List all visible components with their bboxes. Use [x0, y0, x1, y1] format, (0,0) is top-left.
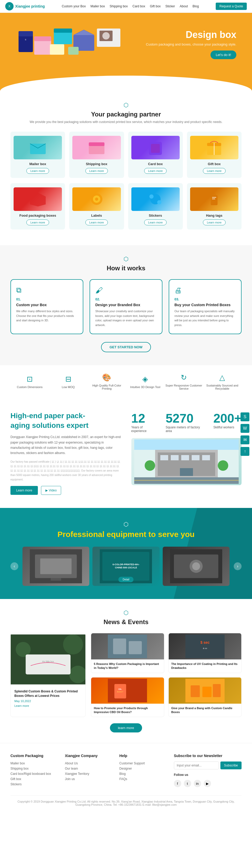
carousel-next-button[interactable]: › — [234, 562, 242, 570]
nav-link-shipping[interactable]: Shipping box — [110, 4, 128, 8]
social-linkedin-icon[interactable]: in — [194, 780, 201, 787]
product-img-stickers — [131, 187, 180, 211]
news-article-3-title: The Importance of UV Coating in Printing… — [171, 662, 239, 670]
svg-rect-11 — [50, 44, 64, 55]
packaging-partner-section: ⬡ Your packaging partner We provide you … — [0, 91, 252, 245]
sidebar-top-icon[interactable]: ↑ — [241, 447, 249, 456]
about-video-button[interactable]: ▶ Video — [41, 486, 61, 495]
news-article-4-title: How to Promote your Products through Imp… — [94, 706, 161, 714]
stat-area-num: 5270 — [166, 411, 206, 426]
partner-section-subtitle: We provide you the best packaging soluti… — [10, 120, 242, 124]
feature-label-color: High Quality Full-Color Printing — [87, 384, 126, 390]
nav-link-about[interactable]: About — [180, 4, 188, 8]
svg-rect-69 — [108, 679, 147, 702]
wave-divider — [0, 75, 252, 91]
footer-link-team[interactable]: Our team — [65, 767, 112, 770]
product-name-food: Food packaging boxes — [19, 214, 56, 217]
news-section: ⬡ News & Events My little box Splendid C… — [0, 599, 252, 743]
about-buttons: Learn more ▶ Video — [10, 486, 121, 495]
feature-3d-design: ◈ Intuitive 3D Design Tool — [126, 375, 165, 389]
get-started-button[interactable]: GET STARTED NOW — [101, 342, 151, 352]
carousel-item-1 — [23, 547, 89, 586]
news-img-4: OILBoxes? — [91, 678, 164, 704]
newsletter-submit-button[interactable]: Subscribe — [220, 762, 242, 769]
feature-label-3d: Intuitive 3D Design Tool — [126, 385, 165, 389]
newsletter-email-input[interactable] — [174, 762, 219, 769]
svg-point-59 — [63, 634, 83, 654]
step-num-2: 02. — [95, 297, 157, 301]
social-youtube-icon[interactable]: ▶ — [204, 780, 211, 787]
footer-link-faqs[interactable]: FAQs — [119, 777, 166, 781]
how-section-title: How it works — [10, 265, 242, 272]
product-img-gift — [190, 136, 239, 159]
hero-cta-button[interactable]: Let's do it! — [211, 51, 236, 59]
news-learn-more-button[interactable]: learn more — [110, 723, 142, 733]
nav-link-custom-box[interactable]: Custom your Box — [62, 4, 86, 8]
product-btn-labels[interactable]: Learn more — [85, 220, 108, 225]
product-btn-mailer[interactable]: Learn more — [26, 168, 49, 174]
product-name-gift: Gift box — [208, 162, 221, 166]
footer-link-shipping[interactable]: Shipping box — [10, 767, 57, 770]
news-article-5-title: Give your Brand a Bang with Custom Candl… — [171, 706, 239, 714]
steps-grid: ⧉ 01. Custom your Box We offer many diff… — [10, 279, 242, 334]
footer-link-territory[interactable]: Xiangjee Territory — [65, 772, 112, 776]
nav-link-card[interactable]: Card box — [133, 4, 145, 8]
equipment-heading-highlight: equipment — [107, 530, 146, 538]
social-facebook-icon[interactable]: f — [174, 780, 181, 787]
product-btn-shipping[interactable]: Learn more — [85, 168, 108, 174]
nav-link-mailer[interactable]: Mailer box — [91, 4, 105, 8]
feature-label-sustainable: Sustainably Sourced and Recyclable — [203, 384, 242, 390]
svg-rect-46 — [134, 480, 239, 481]
feature-label-dimensions: Custom Dimensions — [10, 385, 49, 389]
footer-link-mailer[interactable]: Mailer box — [10, 762, 57, 765]
footer-link-cardbox[interactable]: Card box/Rigid boxboard box — [10, 772, 57, 776]
step-desc-2: Showcase your creativity and customize y… — [95, 309, 157, 328]
equipment-section-icon: ⬡ — [10, 521, 242, 528]
nav-link-sticker[interactable]: Sticker — [165, 4, 175, 8]
footer-col-help-links: Customer Support Designer Blog FAQs — [119, 762, 166, 781]
footer-link-support[interactable]: Customer Support — [119, 762, 166, 765]
feature-icon-moq: ⊟ — [49, 375, 88, 383]
footer-link-stickers[interactable]: Stickers — [10, 782, 57, 786]
product-btn-food[interactable]: Learn more — [26, 220, 49, 225]
carousel-detail-button[interactable]: Detail — [118, 577, 134, 582]
news-main-readmore[interactable]: Learn more — [14, 704, 82, 707]
footer-link-designer[interactable]: Designer — [119, 767, 166, 770]
about-description-2: Our factory has passed certificate ( 以 )… — [10, 460, 121, 482]
svg-text:OIL: OIL — [118, 688, 122, 690]
sidebar-whatsapp-icon[interactable]: W — [241, 424, 249, 433]
product-btn-hangtags[interactable]: Learn more — [203, 220, 225, 225]
logo[interactable]: X Xiangjee printing — [5, 2, 45, 10]
product-name-labels: Labels — [91, 214, 102, 217]
svg-text:$ sec: $ sec — [200, 640, 209, 645]
nav-link-gift[interactable]: Gift box — [150, 4, 160, 8]
feature-low-moq: ⊟ Low MOQ — [49, 375, 88, 389]
product-btn-stickers[interactable]: Learn more — [144, 220, 167, 225]
nav-link-blog[interactable]: Blog — [192, 4, 199, 8]
sidebar-skype-icon[interactable]: S — [241, 412, 249, 421]
equipment-heading-p1: Professional — [58, 530, 107, 538]
carousel-prev-button[interactable]: ‹ — [10, 562, 18, 570]
social-twitter-icon[interactable]: t — [184, 780, 191, 787]
svg-rect-31 — [212, 197, 216, 197]
footer-link-giftbox[interactable]: Gift box — [10, 777, 57, 781]
product-card-shipping: Shipping box Learn more — [69, 132, 124, 178]
footer-link-joinus[interactable]: Join us — [65, 777, 112, 781]
stat-years-label: Years of experience — [131, 426, 158, 433]
nav-links: Custom your Box Mailer box Shipping box … — [62, 4, 199, 8]
svg-rect-12 — [68, 47, 79, 55]
about-learn-more-button[interactable]: Learn more — [10, 486, 38, 495]
sidebar-message-icon[interactable]: ✉ — [241, 435, 249, 444]
step-card-2: 🖌 02. Design your Branded Box Showcase y… — [89, 279, 163, 334]
request-quote-button[interactable]: Request a Quote — [216, 3, 247, 10]
news-main-article: My little box Splendid Custom Boxes & Cu… — [10, 633, 86, 717]
step-num-1: 01. — [16, 297, 78, 301]
product-card-hangtags: Hang tags Learn more — [187, 183, 242, 229]
svg-point-56 — [192, 562, 200, 570]
footer-link-about[interactable]: About Us — [65, 762, 112, 765]
footer-link-blog[interactable]: Blog — [119, 772, 166, 776]
svg-rect-42 — [134, 439, 239, 450]
product-btn-card[interactable]: Learn more — [144, 168, 167, 174]
product-btn-gift[interactable]: Learn more — [203, 168, 225, 174]
features-bar: ⊡ Custom Dimensions ⊟ Low MOQ 🎨 High Qua… — [0, 365, 252, 398]
